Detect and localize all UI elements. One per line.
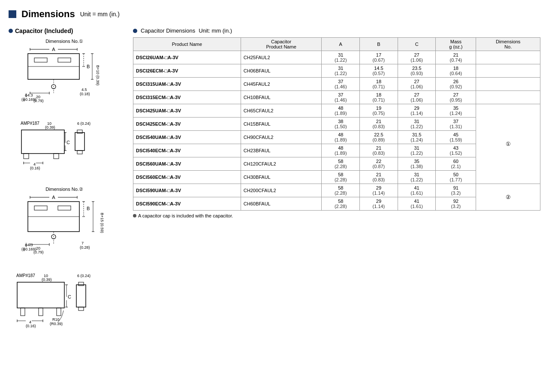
svg-text:C: C (66, 140, 70, 145)
mass-cell: 26(0.92) (436, 78, 476, 91)
svg-text:(0.39): (0.39) (42, 277, 52, 282)
svg-rect-35 (75, 133, 84, 151)
right-column: Capacitor Dimensions Unit: mm (in.) Prod… (133, 27, 540, 352)
svg-rect-81 (17, 282, 64, 308)
svg-text:6 (0.24): 6 (0.24) (77, 121, 90, 126)
cap-name-cell: CH120CFAUL2 (241, 157, 322, 171)
product-name-cell: DSCI425ECM-□A-3V (133, 118, 241, 131)
cap-name-cell: CH200CFAUL2 (241, 184, 322, 197)
a-cell: 58(2.28) (322, 171, 360, 184)
col-header-cap: CapacitorProduct Name (241, 38, 322, 51)
diagram-amp1-svg: AMP#187 10 (0.39) 6 (0.24) C (17, 121, 112, 176)
cap-name-cell: CH25FAUL2 (241, 51, 322, 64)
cap-name-cell: CH45FAUL2 (241, 78, 322, 91)
table-unit: Unit: mm (in.) (199, 27, 232, 34)
cap-name-cell: CH65CFAUL2 (241, 104, 322, 118)
mass-cell: 92(3.2) (436, 197, 476, 211)
svg-text:7: 7 (81, 241, 84, 245)
c-cell: 41(1.61) (398, 197, 436, 211)
diagram-amp2-svg: AMP#187 10 (0.39) 6 (0.24) C (13, 273, 116, 341)
svg-text:B+10 (0.39): B+10 (0.39) (96, 65, 100, 85)
diagram-amp1-container: AMP#187 10 (0.39) 6 (0.24) C (9, 121, 120, 176)
svg-rect-83 (39, 308, 43, 316)
b-cell: 14.5(0.57) (360, 64, 398, 78)
a-cell: 58(2.28) (322, 197, 360, 211)
svg-text:B+15 (0.59): B+15 (0.59) (100, 213, 104, 233)
svg-rect-34 (54, 154, 59, 159)
dim-no-cell-empty (476, 91, 540, 104)
svg-text:(0.18): (0.18) (80, 92, 90, 96)
diagram-1-label: Dimensions No.① (9, 39, 120, 44)
dim-no-cell: ② (476, 184, 540, 211)
main-layout: Capacitor (Included) Dimensions No.① A (9, 27, 540, 352)
svg-text:(R0.39): (R0.39) (50, 322, 63, 326)
svg-rect-33 (24, 154, 29, 159)
svg-text:4.5: 4.5 (81, 87, 87, 92)
table-row: DSCI315UAM-□A-3VCH45FAUL237(1.46)18(0.71… (133, 78, 540, 91)
section-heading: Capacitor (Included) (9, 27, 120, 34)
svg-rect-36 (77, 130, 82, 133)
svg-text:A: A (52, 47, 55, 52)
table-heading: Capacitor Dimensions Unit: mm (in.) (133, 27, 540, 34)
a-cell: 31(1.22) (322, 51, 360, 64)
cap-name-cell: CH06BFAUL (241, 64, 322, 78)
mass-cell: 45(1.59) (436, 131, 476, 144)
left-column: Capacitor (Included) Dimensions No.① A (9, 27, 120, 352)
col-header-a: A (322, 38, 360, 51)
product-name-cell: DSCI315ECM-□A-3V (133, 91, 241, 104)
diagram-1-svg: A B B+10 (0.39) (17, 46, 112, 110)
svg-text:(0.79): (0.79) (33, 99, 44, 103)
dimensions-table: Product Name CapacitorProduct Name A B C… (133, 37, 540, 211)
svg-rect-86 (78, 282, 84, 286)
b-cell: 19(0.75) (360, 104, 398, 118)
table-row: DSCI26UAM-□A-3VCH25FAUL231(1.22)17(0.67)… (133, 51, 540, 64)
product-name-cell: DSCI590ECM-□A-3V (133, 197, 241, 211)
a-cell: 31(1.22) (322, 64, 360, 78)
col-header-product: Product Name (133, 38, 241, 51)
product-name-cell: DSCI590UAM-□A-3V (133, 184, 241, 197)
product-name-cell: DSCI26ECM-□A-3V (133, 64, 241, 78)
diagram-2-label: Dimensions No.② (9, 187, 120, 192)
page-header: Dimensions Unit = mm (in.) (9, 9, 540, 20)
b-cell: 17(0.67) (360, 51, 398, 64)
b-cell: 22(0.87) (360, 157, 398, 171)
a-cell: 38(1.50) (322, 118, 360, 131)
diagram-amp2-container: AMP#187 10 (0.39) 6 (0.24) C (9, 273, 120, 341)
product-name-cell: DSCI560UAM-□A-3V (133, 157, 241, 171)
product-name-cell: DSCI26UAM-□A-3V (133, 51, 241, 64)
dim-no-cell-empty (476, 78, 540, 91)
dim-no-cell: ① (476, 104, 540, 184)
product-name-cell: DSCI315UAM-□A-3V (133, 78, 241, 91)
svg-text:C: C (68, 294, 71, 299)
table-row: DSCI26ECM-□A-3VCH06BFAUL31(1.22)14.5(0.5… (133, 64, 540, 78)
section-label: Capacitor (Included) (15, 27, 73, 34)
product-name-cell: DSCI540UAM-□A-3V (133, 131, 241, 144)
svg-rect-87 (78, 307, 84, 311)
mass-cell: 50(1.77) (436, 171, 476, 184)
c-cell: 31(1.22) (398, 118, 436, 131)
svg-text:B: B (87, 206, 90, 211)
c-cell: 31.5(1.24) (398, 131, 436, 144)
diagram-1-container: Dimensions No.① A B (9, 39, 120, 110)
svg-text:(0.79): (0.79) (33, 250, 44, 254)
header-unit: Unit = mm (in.) (80, 11, 120, 18)
diagram-2-svg: A B B+15 (0.59) (17, 194, 112, 262)
mass-cell: 27(0.95) (436, 91, 476, 104)
mass-cell: 91(3.2) (436, 184, 476, 197)
svg-rect-7 (58, 58, 71, 62)
svg-rect-6 (34, 58, 47, 62)
b-cell: 21(0.83) (360, 171, 398, 184)
svg-rect-55 (34, 206, 47, 210)
col-header-mass: Massg (oz.) (436, 38, 476, 51)
c-cell: 35(1.38) (398, 157, 436, 171)
a-cell: 37(1.46) (322, 78, 360, 91)
a-cell: 48(1.89) (322, 131, 360, 144)
svg-text:R10: R10 (52, 317, 60, 322)
svg-text:AMP#187: AMP#187 (21, 121, 39, 126)
c-cell: 41(1.61) (398, 184, 436, 197)
table-row: DSCI590UAM-□A-3VCH200CFAUL258(2.28)29(1.… (133, 184, 540, 197)
svg-text:ϕ4.3: ϕ4.3 (25, 93, 33, 97)
b-cell: 18(0.71) (360, 78, 398, 91)
svg-rect-37 (77, 151, 82, 154)
mass-cell: 21(0.74) (436, 51, 476, 64)
